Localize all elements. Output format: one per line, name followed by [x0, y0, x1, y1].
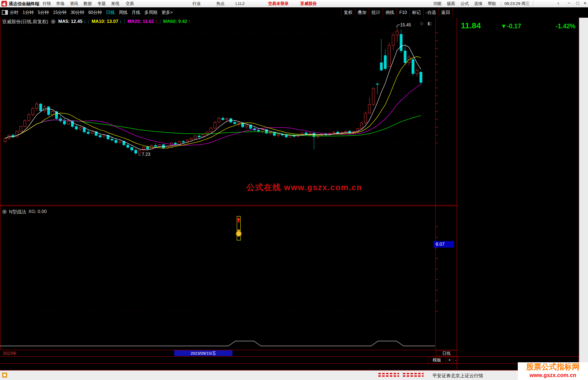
template-button[interactable]: 模板 [428, 357, 446, 363]
price-change: ▼-0.17 [501, 23, 521, 30]
timeframe-list: 分时1分钟5分钟15分钟30分钟60分钟日线周线月线多周期更多> [10, 7, 173, 18]
ma-label-3: MA20: 11.62 [127, 19, 154, 24]
ma-label-1: MA5: 12.45 [58, 19, 82, 24]
tdx-terminal-window: 通达信金融终端 交易未登录 亚威股份 09:23:29 周三 行情市场资讯数据专… [0, 0, 588, 380]
connection-bars [378, 373, 427, 377]
app-logo-icon[interactable] [1, 1, 7, 7]
menu-item-right-2[interactable]: 版面 [447, 1, 455, 6]
chart-title: 亚威股份(日线,前复权) [2, 19, 48, 25]
menu-item-8[interactable]: 行业 [192, 1, 201, 6]
window-split-icon[interactable] [2, 10, 8, 15]
menu-item-10[interactable]: L1L2 [235, 1, 244, 6]
menu-item-right-1[interactable]: 功能 [433, 1, 442, 6]
login-status[interactable]: 交易未登录 [268, 1, 289, 6]
timeframe-5分钟[interactable]: 5分钟 [38, 10, 49, 16]
menu-bar: 通达信金融终端 交易未登录 亚威股份 09:23:29 周三 行情市场资讯数据专… [0, 0, 588, 7]
indicator-current-value: 8.07 [433, 241, 454, 248]
chart-tools: 复权叠加统计画线F10标记-自选返回 [341, 8, 453, 17]
right-icon-strip [579, 18, 588, 370]
tool-F10[interactable]: F10 [397, 8, 409, 17]
menu-item-7[interactable]: 交易 [126, 1, 134, 6]
zoom-out-button[interactable]: - [453, 357, 458, 363]
timeframe-15分钟[interactable]: 15分钟 [53, 10, 67, 16]
tool-标记[interactable]: 标记 [409, 8, 423, 17]
market-status-icon[interactable] [2, 373, 7, 378]
timeline-row: 2023年 2023/09/15/五 日线 [0, 350, 579, 356]
chart-header: 亚威股份(日线,前复权) ∨ MA5: 12.45↓MA10: 13.07↓MA… [2, 18, 191, 25]
quote-panel: 亚威股份 002559 11.84 ▼-0.17 -1.42% [457, 7, 579, 356]
app-title: 通达信金融终端 [9, 1, 39, 7]
menu-item-4[interactable]: 数据 [84, 1, 92, 6]
back-button[interactable]: ‹ [558, 1, 559, 6]
timeframe-多周期[interactable]: 多周期 [144, 10, 157, 16]
ma-divider [160, 19, 160, 24]
timeframe-1分钟[interactable]: 1分钟 [23, 10, 34, 16]
ma-arrow-4: ↑ [188, 19, 191, 24]
low-price-annotation: ←7.23 [137, 152, 150, 157]
timeframe-30分钟[interactable]: 30分钟 [71, 10, 84, 16]
timeframe-日线[interactable]: 日线 [106, 10, 115, 16]
ma-divider [124, 19, 125, 24]
peak-price-annotation: 15.45 [400, 23, 411, 28]
indicator-name: N型战法 [9, 209, 26, 215]
tool-叠加[interactable]: 叠加 [355, 8, 369, 17]
timeframe-toolbar: 分时1分钟5分钟15分钟30分钟60分钟日线周线月线多周期更多> 复权叠加统计画… [0, 7, 588, 18]
panel-toggle-icon[interactable]: ◧ [427, 21, 431, 26]
tool-统计[interactable]: 统计 [369, 8, 383, 17]
ma-arrow-2: ↓ [120, 19, 122, 24]
maximize-button[interactable]: □ [576, 1, 579, 6]
tool-画线[interactable]: 画线 [383, 8, 397, 17]
menu-item-right-3[interactable]: 公式 [461, 1, 469, 6]
indicator-xg-value: XG: 0.00 [28, 209, 47, 214]
indicator-header: ∨ N型战法 XG: 0.00 [2, 209, 47, 215]
timeframe-更多>[interactable]: 更多> [161, 10, 173, 16]
clock: 09:23:29 周三 [501, 1, 533, 6]
tool--自选[interactable]: -自选 [423, 8, 439, 17]
timeframe-周线[interactable]: 周线 [119, 10, 127, 16]
watermark-url: www.gszx.com.cn [518, 372, 588, 379]
collapse-icon[interactable]: ∨ [51, 19, 56, 24]
diamond-icon[interactable]: ◇ [420, 21, 423, 26]
minimize-button[interactable]: − [568, 1, 570, 6]
menu-item-6[interactable]: 发现 [111, 1, 119, 6]
ma-arrow-3: ↑ [155, 19, 158, 24]
menu-item-3[interactable]: 资讯 [70, 1, 78, 6]
period-box[interactable]: 日线 [436, 351, 457, 356]
ma-label-4: MA60: 9.42 [163, 19, 187, 24]
tool-返回[interactable]: 返回 [439, 8, 453, 17]
timeframe-月线[interactable]: 月线 [131, 10, 140, 16]
menu-item-right-4[interactable]: 选项 [474, 1, 482, 6]
menu-item-right-5[interactable]: 帮助 [488, 1, 496, 6]
selected-date-badge: 2023/09/15/五 [174, 350, 232, 356]
close-button[interactable]: × [584, 1, 586, 6]
timeframe-60分钟[interactable]: 60分钟 [88, 10, 102, 16]
ma-divider [88, 19, 89, 24]
menu-item-9[interactable]: 热点 [216, 1, 225, 6]
site-watermark: 股票公式指标网 www.gszx.com.cn [518, 362, 588, 380]
menu-item-5[interactable]: 专题 [97, 1, 106, 6]
ma-arrow-1: ↓ [84, 19, 86, 24]
ma-label-2: MA10: 13.07 [91, 19, 118, 24]
status-bar: 平安证券北京上证云行情 [0, 370, 588, 380]
zoom-in-button[interactable]: + [447, 357, 452, 363]
tool-复权[interactable]: 复权 [341, 8, 355, 17]
last-price: 11.84 [461, 21, 481, 30]
stock-hint[interactable]: 亚威股份 [300, 1, 317, 6]
menu-item-1[interactable]: 行情 [43, 1, 51, 6]
menu-item-2[interactable]: 市场 [56, 1, 64, 6]
timeline-year: 2023年 [3, 351, 17, 357]
indicator-collapse-icon[interactable]: ∨ [2, 209, 7, 214]
price-change-pct: -1.42% [556, 23, 575, 30]
watermark-title: 股票公式指标网 [518, 362, 588, 372]
broker-feed-label: 平安证券北京上证云行情 [432, 373, 483, 379]
chart-watermark: 公式在线 www.gszx.com.cn [246, 182, 362, 193]
timeframe-分时[interactable]: 分时 [10, 10, 19, 16]
